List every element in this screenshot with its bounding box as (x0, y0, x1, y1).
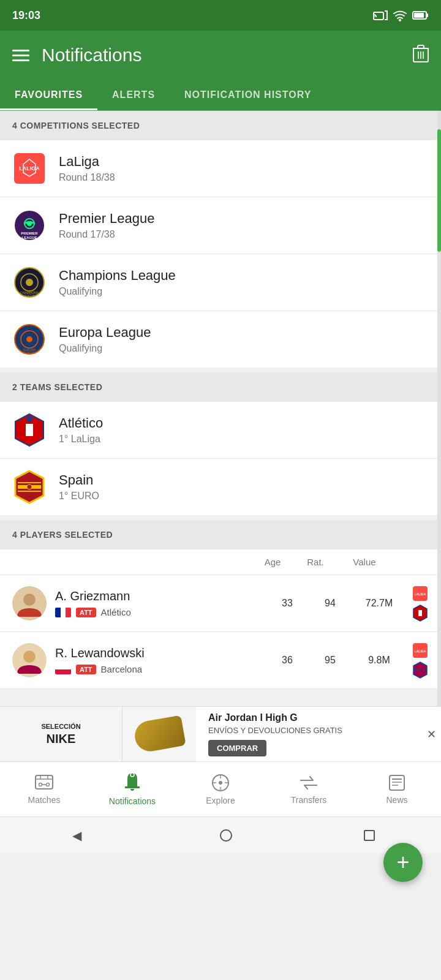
tab-notification-history[interactable]: NOTIFICATION HISTORY (170, 80, 326, 110)
teams-section-header: 2 TEAMS SELECTED (0, 372, 441, 402)
spain-logo (12, 470, 47, 504)
bottom-navigation: Matches Notifications Explore Transfers (0, 761, 441, 816)
battery-icon (413, 10, 429, 20)
lewandowski-stats: 36 95 9.8M (266, 655, 407, 666)
champions-logo: CHAMPIONS LEAGUE (12, 265, 47, 300)
jordan-subtitle: ENVÍOS Y DEVOLUCIONES GRATIS (208, 726, 410, 735)
transfers-icon (300, 774, 318, 791)
griezmann-avatar (12, 586, 47, 620)
atletico-logo (12, 413, 47, 447)
list-item[interactable]: R. Lewandowski ATT Barcelona 36 95 9.8M (0, 632, 441, 689)
nav-transfers[interactable]: Transfers (265, 768, 353, 811)
players-section-header: 4 PLAYERS SELECTED (0, 520, 441, 549)
nav-matches-label: Matches (28, 795, 61, 805)
players-list: Age Rat. Value A. Griezmann (0, 549, 441, 689)
lewandowski-logos: LALIGA (412, 642, 429, 679)
svg-text:LALIGA: LALIGA (415, 592, 426, 596)
nav-notifications[interactable]: Notifications (88, 767, 176, 812)
svg-point-39 (23, 594, 36, 606)
premier-info: Premier League Round 17/38 (59, 211, 429, 240)
svg-rect-31 (33, 424, 40, 436)
position-badge: ATT (76, 608, 96, 617)
notifications-icon (124, 773, 141, 793)
tab-alerts[interactable]: ALERTS (97, 80, 170, 110)
lewandowski-details: R. Lewandowski ATT Barcelona (55, 646, 266, 674)
laliga-logo: LALIGA (12, 151, 47, 186)
players-column-headers: Age Rat. Value (0, 549, 441, 575)
nav-explore[interactable]: Explore (176, 767, 265, 812)
ad-buy-button[interactable]: COMPRAR (208, 740, 266, 756)
wifi-icon (393, 10, 407, 21)
shoe-shape (132, 715, 186, 753)
main-content: 4 COMPETITIONS SELECTED LALIGA LaLiga Ro… (0, 111, 441, 706)
griezmann-rating: 94 (309, 598, 352, 609)
svg-point-32 (26, 416, 32, 422)
europa-logo: EUROPA LEAGUE (12, 322, 47, 356)
atletico-mini-logo (412, 605, 429, 622)
nike-text1: SELECCIÓN (41, 722, 80, 731)
lewandowski-rating: 95 (309, 655, 352, 666)
recents-button[interactable] (364, 830, 375, 841)
svg-rect-56 (36, 775, 53, 789)
teams-list: Atlético 1° LaLiga Spain 1° EURO (0, 402, 441, 515)
page-title: Notifications (42, 45, 141, 66)
lewandowski-age: 36 (266, 655, 309, 666)
list-item[interactable]: Spain 1° EURO (0, 459, 441, 515)
system-nav-bar: ◀ (0, 816, 441, 853)
menu-button[interactable] (12, 50, 29, 61)
status-bar: 19:03 (0, 0, 441, 31)
age-column-header: Age (251, 557, 294, 567)
back-button[interactable]: ◀ (66, 824, 88, 846)
nav-news[interactable]: News (353, 768, 441, 811)
ad-banner: SELECCIÓN NIKE Air Jordan I High G ENVÍO… (0, 706, 441, 761)
svg-rect-7 (418, 45, 424, 48)
svg-text:LALIGA: LALIGA (415, 649, 426, 653)
list-item[interactable]: PREMIER LEAGUE Premier League Round 17/3… (0, 197, 441, 254)
list-item[interactable]: LALIGA LaLiga Round 18/38 (0, 140, 441, 197)
rating-column-header: Rat. (294, 557, 337, 567)
competitions-section-header: 4 COMPETITIONS SELECTED (0, 111, 441, 140)
laliga-info: LaLiga Round 18/38 (59, 154, 429, 183)
svg-text:LALIGA: LALIGA (19, 165, 40, 172)
tab-favourites[interactable]: FAVOURITES (0, 80, 97, 110)
nike-text2: NIKE (47, 732, 76, 746)
champions-info: Champions League Qualifying (59, 268, 429, 297)
list-item[interactable]: Atlético 1° LaLiga (0, 402, 441, 459)
list-item[interactable]: EUROPA LEAGUE Europa League Qualifying (0, 311, 441, 368)
barcelona-mini-logo (412, 662, 429, 679)
svg-point-25 (26, 336, 32, 342)
svg-text:LEAGUE: LEAGUE (21, 236, 37, 239)
griezmann-logos: LALIGA (412, 585, 429, 622)
europa-info: Europa League Qualifying (59, 325, 429, 354)
lewandowski-badges: ATT Barcelona (55, 664, 266, 674)
griezmann-stats: 33 94 72.7M (266, 598, 407, 609)
svg-rect-55 (415, 671, 425, 673)
delete-button[interactable] (413, 44, 429, 67)
list-item[interactable]: CHAMPIONS LEAGUE Champions League Qualif… (0, 254, 441, 311)
svg-point-37 (27, 484, 32, 489)
nav-matches[interactable]: Matches (0, 768, 88, 811)
nav-notifications-label: Notifications (109, 796, 156, 806)
jordan-title: Air Jordan I High G (208, 712, 410, 723)
add-fab-button[interactable]: + (383, 843, 423, 882)
poland-flag (55, 665, 71, 674)
tab-bar: FAVOURITES ALERTS NOTIFICATION HISTORY (0, 80, 441, 111)
svg-point-63 (130, 773, 134, 777)
scrollbar-thumb (437, 129, 441, 252)
header-left: Notifications (12, 45, 141, 66)
spain-info: Spain 1° EURO (59, 472, 429, 502)
atletico-info: Atlético 1° LaLiga (59, 415, 429, 445)
laliga-mini-logo2: LALIGA (412, 642, 429, 659)
lewandowski-value: 9.8M (352, 655, 407, 666)
griezmann-age: 33 (266, 598, 309, 609)
svg-point-15 (27, 221, 32, 226)
competitions-list: LALIGA LaLiga Round 18/38 PREMIER LEAGUE (0, 140, 441, 368)
home-button[interactable] (220, 829, 232, 842)
ad-close-button[interactable]: ✕ (422, 723, 441, 746)
svg-point-20 (26, 279, 33, 286)
nav-explore-label: Explore (206, 796, 235, 805)
status-icons (374, 10, 429, 21)
list-item[interactable]: A. Griezmann ATT Atlético 33 94 72.7M (0, 575, 441, 632)
svg-rect-45 (422, 610, 425, 616)
svg-point-61 (47, 783, 50, 786)
